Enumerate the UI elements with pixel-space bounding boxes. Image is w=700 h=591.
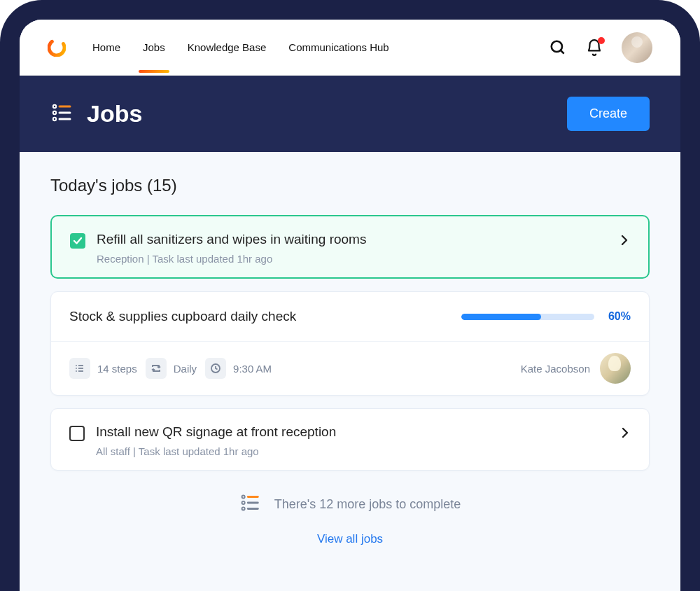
checkbox-checked-icon[interactable]: [70, 233, 85, 249]
page-title: Jobs: [87, 100, 142, 127]
job-title: Stock & supplies cupboard daily check: [69, 309, 447, 324]
job-meta: Reception | Task last updated 1hr ago: [97, 253, 608, 265]
page-header: Jobs Create: [20, 76, 680, 152]
clock-icon: [205, 358, 226, 379]
progress-fill: [461, 314, 541, 320]
frequency-label: Daily: [174, 363, 197, 375]
chevron-right-icon: [619, 235, 630, 249]
search-icon[interactable]: [549, 39, 567, 57]
nav-jobs[interactable]: Jobs: [143, 22, 165, 73]
steps-label: 14 steps: [97, 363, 137, 375]
job-meta: All staff | Task last updated 1hr ago: [96, 445, 608, 457]
svg-point-16: [241, 495, 244, 498]
svg-point-3: [53, 104, 56, 107]
job-card-completed[interactable]: Refill all sanitizers and wipes in waiti…: [50, 215, 650, 279]
main-nav: Home Jobs Knowledge Base Communications …: [92, 22, 389, 73]
chevron-right-icon: [620, 427, 631, 441]
job-card-in-progress[interactable]: Stock & supplies cupboard daily check 60…: [50, 291, 650, 396]
frequency-chip: Daily: [146, 358, 197, 379]
nav-home[interactable]: Home: [92, 22, 120, 73]
jobs-list-icon: [239, 492, 262, 517]
svg-point-20: [241, 507, 244, 510]
time-chip: 9:30 AM: [205, 358, 272, 379]
job-card-todo[interactable]: Install new QR signage at front receptio…: [50, 408, 650, 471]
nav-communications-hub[interactable]: Communications Hub: [288, 22, 388, 73]
create-button[interactable]: Create: [567, 97, 650, 131]
svg-point-5: [53, 111, 56, 113]
steps-chip: 14 steps: [69, 358, 137, 379]
top-navbar: Home Jobs Knowledge Base Communications …: [20, 20, 680, 76]
progress-percent: 60%: [608, 310, 631, 323]
svg-point-0: [48, 39, 66, 57]
notification-badge: [598, 37, 605, 44]
job-title: Refill all sanitizers and wipes in waiti…: [97, 232, 608, 247]
assignee: Kate Jacobson: [521, 353, 631, 384]
job-title: Install new QR signage at front receptio…: [96, 424, 608, 440]
svg-point-7: [53, 117, 56, 120]
jobs-footer: There's 12 more jobs to complete View al…: [50, 492, 650, 546]
brand-logo: [48, 39, 66, 57]
list-icon: [69, 358, 90, 379]
svg-line-2: [561, 50, 564, 53]
progress-bar: [461, 314, 594, 320]
assignee-name: Kate Jacobson: [521, 363, 590, 375]
notifications-icon[interactable]: [585, 39, 603, 57]
nav-knowledge-base[interactable]: Knowledge Base: [188, 22, 267, 73]
assignee-avatar[interactable]: [600, 353, 631, 384]
svg-point-1: [552, 41, 562, 51]
jobs-list-icon: [50, 101, 74, 127]
svg-point-18: [241, 501, 244, 504]
view-all-jobs-link[interactable]: View all jobs: [50, 532, 650, 546]
more-jobs-text: There's 12 more jobs to complete: [274, 497, 461, 512]
time-label: 9:30 AM: [233, 363, 272, 375]
user-avatar[interactable]: [622, 32, 652, 63]
checkbox-unchecked-icon[interactable]: [69, 426, 85, 441]
repeat-icon: [146, 358, 167, 379]
section-title: Today's jobs (15): [50, 176, 650, 195]
